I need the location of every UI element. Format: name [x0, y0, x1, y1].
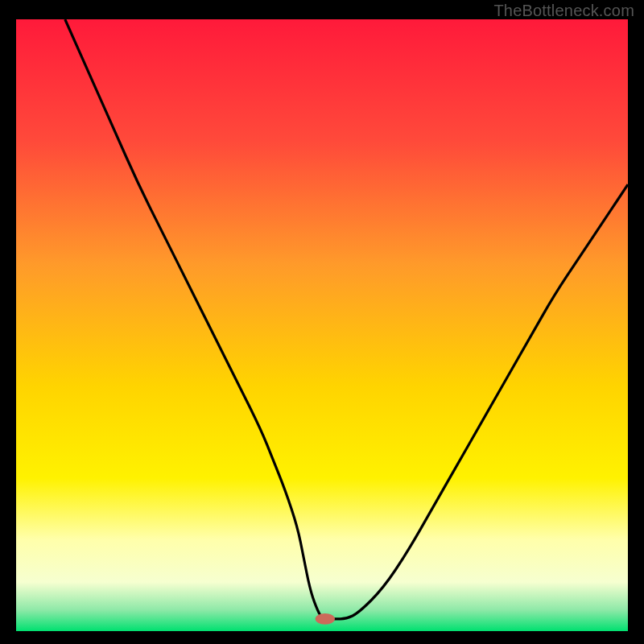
chart-svg	[16, 19, 628, 631]
plot-frame	[16, 19, 628, 631]
watermark-text: TheBottleneck.com	[493, 2, 634, 20]
chart-container: TheBottleneck.com	[0, 0, 644, 644]
bottleneck-marker	[316, 613, 335, 625]
